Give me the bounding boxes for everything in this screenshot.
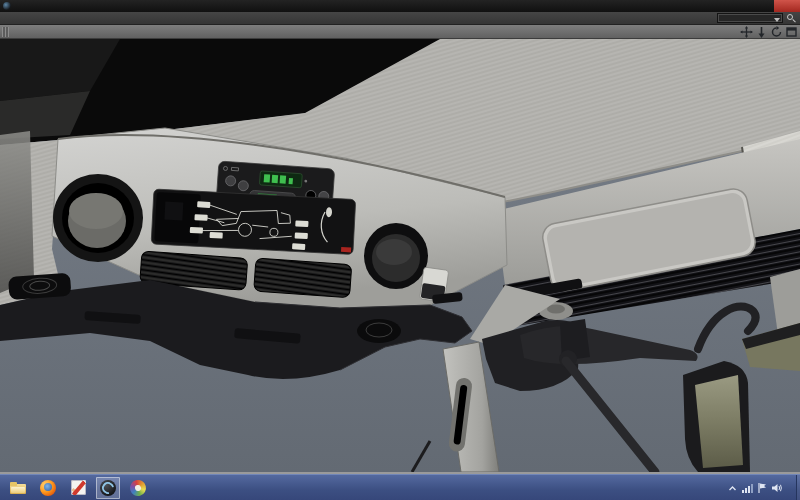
viewport-menu-bar	[0, 25, 800, 39]
monitor-panel	[151, 189, 356, 254]
close-button[interactable]	[774, 0, 800, 12]
viewport	[0, 39, 800, 472]
minimize-button[interactable]	[736, 0, 755, 12]
firefox-icon	[40, 480, 56, 496]
viewport-canvas[interactable]	[0, 39, 800, 472]
left-pillar	[0, 131, 34, 293]
toggle-view-icon[interactable]	[785, 26, 798, 38]
menu-bar	[0, 12, 800, 25]
pan-view-icon[interactable]	[740, 26, 753, 38]
show-desktop-button[interactable]	[796, 475, 800, 500]
toolbar-grip	[2, 27, 9, 37]
file-explorer-icon	[10, 482, 26, 494]
maximize-button[interactable]	[755, 0, 774, 12]
taskbar-paint-app[interactable]	[126, 477, 150, 499]
cinema4d-window	[0, 0, 800, 500]
rotate-view-icon[interactable]	[770, 26, 783, 38]
hidden-icons-chevron-icon[interactable]	[728, 479, 737, 497]
cinema4d-icon	[100, 480, 116, 496]
taskbar-cinema4d[interactable]	[96, 477, 120, 499]
zoom-view-icon[interactable]	[755, 26, 768, 38]
system-tray	[728, 475, 800, 500]
taskbar	[0, 474, 800, 500]
mirror-glass	[695, 375, 743, 468]
vent-grille-right	[254, 258, 352, 298]
small-speaker-center	[357, 319, 401, 343]
right-speaker	[364, 223, 428, 289]
search-icon[interactable]	[787, 14, 796, 23]
small-speaker-left	[8, 273, 71, 300]
action-center-flag-icon[interactable]	[758, 479, 767, 497]
chevron-down-icon	[774, 18, 780, 22]
title-bar	[0, 0, 800, 12]
network-signal-icon[interactable]	[742, 479, 753, 497]
rearview-mirror	[683, 361, 750, 472]
volume-icon[interactable]	[772, 479, 783, 497]
taskbar-graphics-editor[interactable]	[66, 477, 90, 499]
taskbar-firefox[interactable]	[36, 477, 60, 499]
graphics-editor-icon	[71, 480, 86, 495]
taskbar-file-explorer[interactable]	[6, 477, 30, 499]
layout-dropdown[interactable]	[717, 13, 783, 23]
left-speaker	[53, 174, 143, 262]
paint-palette-icon	[128, 478, 148, 498]
app-icon	[3, 2, 11, 10]
